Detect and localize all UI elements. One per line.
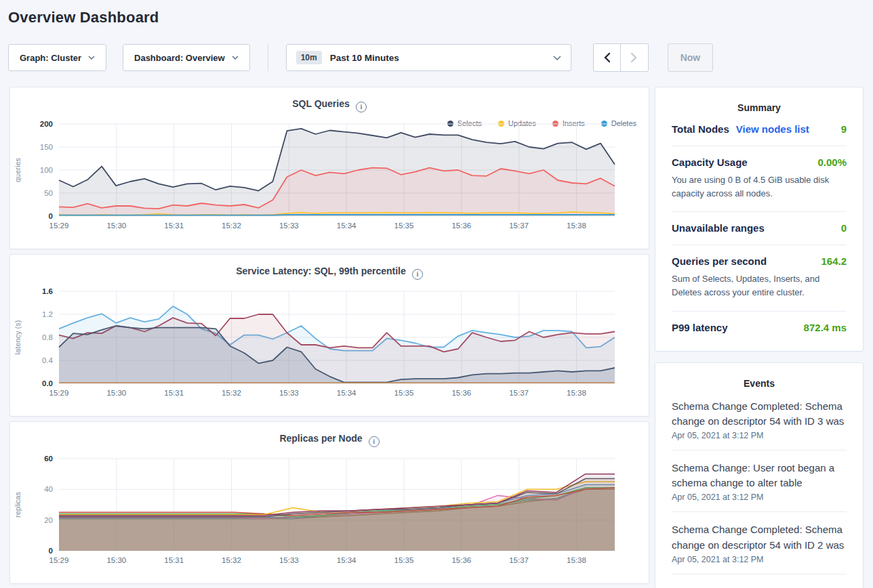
svg-text:15:33: 15:33 (279, 556, 299, 564)
svg-text:200: 200 (40, 120, 53, 128)
svg-text:15:35: 15:35 (394, 389, 414, 397)
time-range-picker[interactable]: 10m Past 10 Minutes (286, 44, 571, 71)
svg-text:15:32: 15:32 (222, 389, 241, 397)
chart-title: Replicas per Node (279, 433, 362, 444)
svg-text:1.2: 1.2 (42, 310, 53, 318)
service-latency-chart-panel: Service Latency: SQL, 99th percentilei 0… (9, 254, 649, 417)
svg-text:15:34: 15:34 (337, 222, 357, 230)
svg-text:0: 0 (49, 547, 53, 555)
summary-panel: Summary Total Nodes View nodes list 9 Ca… (655, 87, 864, 352)
info-icon[interactable]: i (412, 269, 423, 280)
svg-text:replicas: replicas (14, 492, 22, 518)
time-range-label: Past 10 Minutes (330, 53, 545, 63)
unavailable-ranges-value: 0 (841, 222, 847, 234)
sql-queries-chart[interactable]: 05010015020015:2915:3015:3115:3215:3315:… (11, 119, 649, 239)
chevron-left-icon (603, 52, 611, 63)
chevron-right-icon (630, 52, 638, 63)
p99-latency-label: P99 latency (672, 322, 728, 333)
sql-queries-chart-panel: SQL Queriesi Selects Updates Inserts Del… (9, 87, 649, 249)
svg-text:15:29: 15:29 (49, 389, 69, 397)
event-item: Schema Change Completed: Schema change o… (672, 512, 847, 574)
view-nodes-list-link[interactable]: View nodes list (736, 123, 809, 135)
svg-text:15:35: 15:35 (394, 556, 414, 564)
qps-value: 164.2 (821, 255, 847, 267)
svg-text:15:36: 15:36 (451, 556, 471, 564)
event-text: Schema Change: User root began a schema … (672, 585, 847, 588)
svg-text:15:29: 15:29 (49, 556, 69, 564)
svg-text:15:30: 15:30 (106, 556, 126, 564)
chevron-down-icon (88, 56, 95, 60)
summary-row-unavailable-ranges: Unavailable ranges 0 (672, 212, 847, 245)
svg-text:latency (s): latency (s) (14, 320, 22, 355)
svg-text:15:38: 15:38 (567, 556, 586, 564)
service-latency-chart[interactable]: 0.00.40.81.21.615:2915:3015:3115:3215:33… (11, 286, 649, 406)
summary-row-capacity: Capacity Usage 0.00% You are using 0 B o… (672, 146, 847, 212)
summary-row-qps: Queries per second 164.2 Sum of Selects,… (672, 245, 847, 311)
chevron-down-icon (553, 56, 561, 60)
svg-text:15:37: 15:37 (509, 222, 529, 230)
svg-text:15:38: 15:38 (567, 222, 586, 230)
event-item: Schema Change: User root began a schema … (672, 574, 847, 588)
charts-column: SQL Queriesi Selects Updates Inserts Del… (9, 87, 649, 584)
svg-text:15:34: 15:34 (337, 556, 357, 564)
event-text: Schema Change Completed: Schema change o… (672, 399, 847, 429)
summary-heading: Summary (672, 101, 847, 113)
svg-text:150: 150 (40, 143, 53, 151)
toolbar-divider (268, 44, 268, 71)
event-text: Schema Change: User root began a schema … (672, 461, 847, 490)
qps-label: Queries per second (672, 255, 767, 267)
main-content: SQL Queriesi Selects Updates Inserts Del… (9, 87, 864, 588)
info-icon[interactable]: i (369, 436, 380, 447)
prev-time-button[interactable] (594, 44, 621, 71)
dashboard-dropdown[interactable]: Dashboard: Overview (123, 44, 250, 71)
info-icon[interactable]: i (356, 102, 367, 112)
svg-text:15:31: 15:31 (164, 389, 184, 397)
replicas-per-node-chart[interactable]: 020406015:2915:3015:3115:3215:3315:3415:… (11, 453, 649, 574)
capacity-usage-value: 0.00% (817, 156, 847, 168)
time-step-controls (593, 43, 649, 72)
chevron-down-icon (232, 56, 239, 60)
summary-row-total-nodes: Total Nodes View nodes list 9 (672, 113, 847, 146)
total-nodes-label: Total Nodes (672, 123, 729, 135)
svg-text:15:38: 15:38 (567, 389, 586, 397)
svg-text:40: 40 (44, 485, 53, 493)
replicas-per-node-chart-panel: Replicas per Nodei 020406015:2915:3015:3… (9, 421, 649, 584)
event-item: Schema Change Completed: Schema change o… (672, 389, 847, 450)
svg-text:15:30: 15:30 (106, 389, 126, 397)
svg-text:0: 0 (49, 212, 53, 220)
svg-text:15:36: 15:36 (451, 389, 471, 397)
chart-title-row: Service Latency: SQL, 99th percentilei (10, 266, 649, 280)
event-time: Apr 05, 2021 at 3:12 PM (672, 555, 847, 564)
unavailable-ranges-label: Unavailable ranges (672, 222, 765, 234)
total-nodes-value: 9 (841, 123, 847, 135)
svg-text:0.8: 0.8 (42, 333, 53, 341)
event-text: Schema Change Completed: Schema change o… (672, 522, 847, 552)
graph-scope-dropdown[interactable]: Graph: Cluster (8, 44, 106, 71)
svg-text:15:30: 15:30 (106, 222, 126, 230)
event-time: Apr 05, 2021 at 3:12 PM (672, 431, 847, 440)
svg-text:20: 20 (44, 516, 53, 524)
summary-row-p99: P99 latency 872.4 ms (672, 312, 847, 344)
svg-text:60: 60 (44, 455, 53, 463)
chart-title-row: SQL Queriesi (10, 98, 649, 112)
page-title: Overview Dashboard (0, 0, 873, 26)
next-time-button[interactable] (621, 44, 648, 71)
svg-text:0.0: 0.0 (42, 379, 53, 387)
event-time: Apr 05, 2021 at 3:12 PM (672, 492, 847, 502)
p99-latency-value: 872.4 ms (804, 322, 847, 333)
svg-text:15:31: 15:31 (164, 556, 184, 564)
svg-text:15:37: 15:37 (509, 556, 529, 564)
svg-text:queries: queries (14, 157, 22, 182)
time-range-badge: 10m (296, 51, 322, 64)
capacity-usage-label: Capacity Usage (672, 156, 748, 168)
toolbar: Graph: Cluster Dashboard: Overview 10m P… (8, 44, 865, 71)
events-heading: Events (672, 377, 847, 389)
svg-text:15:36: 15:36 (451, 222, 471, 230)
events-panel: Events Schema Change Completed: Schema c… (655, 362, 864, 588)
svg-text:15:29: 15:29 (49, 222, 69, 230)
chart-title-row: Replicas per Nodei (10, 433, 649, 447)
svg-text:15:37: 15:37 (509, 389, 529, 397)
now-button[interactable]: Now (668, 43, 714, 72)
svg-text:15:32: 15:32 (222, 556, 241, 564)
graph-scope-label: Graph: Cluster (20, 53, 81, 63)
